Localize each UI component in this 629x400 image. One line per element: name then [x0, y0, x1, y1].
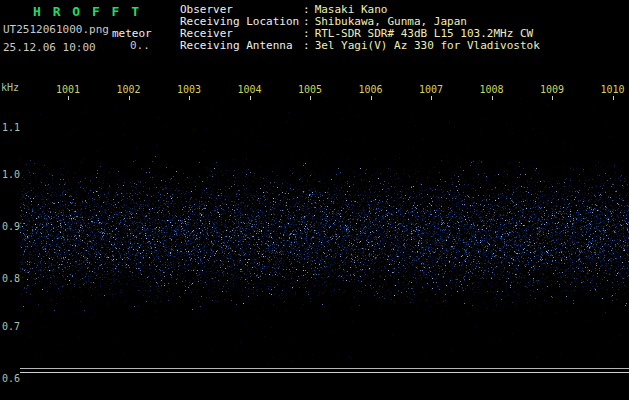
x-tick-label: 1004 [237, 84, 261, 95]
x-tick-label: 1007 [419, 84, 443, 95]
x-tick-label: 1006 [358, 84, 382, 95]
x-tick-label: 1008 [479, 84, 503, 95]
x-tick-label: 1003 [177, 84, 201, 95]
hrofft-output: H R O F F T UT2512061000.png meteor 25.1… [0, 0, 629, 400]
y-tick-label: 0.6 [2, 373, 22, 384]
y-tick-label: 0.7 [2, 321, 22, 332]
x-tick-label: 1001 [56, 84, 80, 95]
y-tick-label: 0.8 [2, 273, 22, 284]
x-tick-label: 1005 [298, 84, 322, 95]
signal-level-line-upper [20, 368, 629, 369]
signal-level-line-lower [20, 372, 629, 373]
y-tick-label: 1.0 [2, 169, 22, 180]
y-tick-label: 0.9 [2, 221, 22, 232]
x-tick-label: 1009 [540, 84, 564, 95]
spectrogram-canvas [20, 96, 629, 364]
x-axis: 1001100210031004100510061007100810091010 [0, 0, 629, 105]
x-tick-label: 1010 [600, 84, 624, 95]
y-tick-label: 1.1 [2, 122, 22, 133]
x-tick-label: 1002 [116, 84, 140, 95]
